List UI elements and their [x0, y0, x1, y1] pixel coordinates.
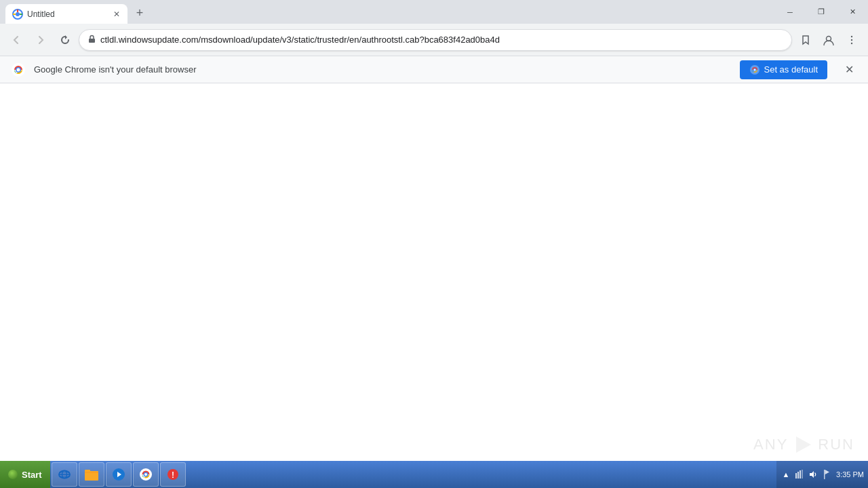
svg-point-26	[144, 473, 147, 476]
media-icon	[112, 468, 125, 481]
chrome-logo-icon	[11, 62, 26, 77]
svg-point-13	[753, 68, 755, 70]
svg-point-5	[851, 35, 852, 37]
browser-toolbar: ctldl.windowsupdate.com/msdownload/updat…	[0, 24, 868, 56]
taskbar-item-ie[interactable]	[52, 462, 77, 487]
address-bar[interactable]: ctldl.windowsupdate.com/msdownload/updat…	[79, 29, 792, 51]
svg-marker-14	[796, 436, 811, 453]
page-content	[0, 83, 868, 461]
start-label: Start	[22, 470, 42, 480]
svg-point-7	[851, 42, 852, 43]
systray-expand-icon[interactable]: ▲	[781, 469, 791, 480]
anyrun-watermark: ANY RUN	[753, 434, 854, 455]
taskbar: Start	[0, 461, 868, 488]
close-button[interactable]: ✕	[837, 0, 868, 24]
taskbar-item-chrome[interactable]	[133, 462, 159, 487]
chrome-taskbar-icon	[139, 468, 153, 481]
new-tab-button[interactable]: +	[130, 3, 149, 22]
security-icon	[87, 35, 96, 45]
tab-favicon-icon	[12, 9, 23, 20]
browser-tab[interactable]: Untitled ✕	[5, 4, 127, 24]
minimize-button[interactable]: ─	[774, 0, 806, 24]
anyrun-text-right: RUN	[818, 436, 854, 453]
systray-flag-icon[interactable]	[821, 469, 832, 480]
systray-icons: ▲	[781, 469, 832, 480]
set-default-button[interactable]: Set as default	[740, 60, 828, 79]
svg-text:!: !	[172, 470, 174, 480]
taskbar-item-explorer[interactable]	[79, 462, 104, 487]
anyrun-play-icon	[792, 434, 814, 455]
set-default-label: Set as default	[764, 64, 818, 75]
taskbar-item-security[interactable]: !	[160, 462, 186, 487]
systray-network-icon[interactable]	[794, 469, 805, 480]
svg-point-1	[16, 12, 20, 16]
menu-button[interactable]	[841, 29, 863, 51]
bookmark-button[interactable]	[795, 29, 816, 51]
svg-marker-33	[810, 471, 814, 478]
tab-strip: Untitled ✕ +	[0, 0, 149, 24]
start-orb-icon	[8, 470, 18, 479]
tab-close-button[interactable]: ✕	[111, 9, 122, 20]
notification-close-button[interactable]: ✕	[841, 62, 857, 78]
back-button[interactable]	[5, 29, 27, 51]
forward-button[interactable]	[30, 29, 52, 51]
start-button[interactable]: Start	[0, 461, 50, 488]
svg-rect-31	[800, 470, 801, 479]
tab-title: Untitled	[27, 9, 107, 19]
svg-marker-35	[825, 470, 830, 474]
security-taskbar-icon: !	[166, 468, 180, 481]
restore-button[interactable]: ❐	[806, 0, 837, 24]
system-tray: ▲	[776, 461, 868, 488]
svg-rect-30	[797, 472, 799, 479]
svg-rect-29	[795, 473, 797, 479]
url-text: ctldl.windowsupdate.com/msdownload/updat…	[100, 35, 783, 45]
svg-rect-3	[89, 39, 95, 43]
profile-button[interactable]	[818, 29, 840, 51]
svg-rect-32	[802, 470, 803, 479]
notification-message: Google Chrome isn't your default browser	[34, 64, 732, 75]
svg-marker-2	[65, 35, 67, 39]
taskbar-item-media[interactable]	[106, 462, 132, 487]
systray-volume-icon[interactable]	[808, 469, 818, 480]
titlebar: Untitled ✕ + ─ ❐ ✕	[0, 0, 868, 24]
svg-rect-34	[824, 470, 825, 479]
system-clock[interactable]: 3:35 PM	[836, 470, 864, 479]
ie-icon	[58, 468, 71, 481]
toolbar-actions	[795, 29, 863, 51]
svg-point-10	[17, 68, 20, 71]
explorer-icon	[85, 468, 98, 481]
reload-button[interactable]	[54, 29, 76, 51]
anyrun-text-left: ANY	[753, 436, 788, 453]
svg-rect-21	[85, 470, 90, 472]
svg-point-6	[851, 39, 852, 40]
notification-bar: Google Chrome isn't your default browser…	[0, 56, 868, 83]
window-controls: ─ ❐ ✕	[774, 0, 868, 24]
